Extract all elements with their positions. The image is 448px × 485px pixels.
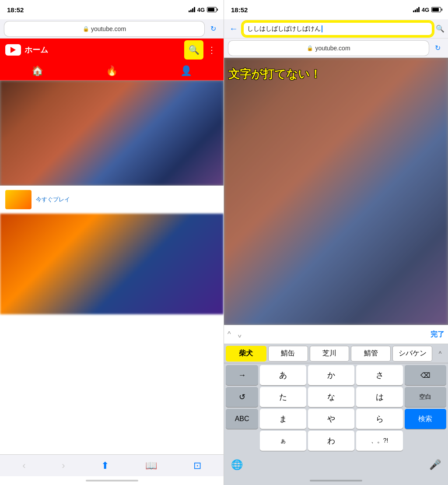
ad-thumbnail (5, 190, 32, 209)
status-bar-right: 18:52 4G (224, 0, 448, 19)
right-thumb-bg (224, 58, 448, 325)
search-icon-right[interactable]: 🔍 (436, 25, 444, 33)
video-thumbnail-2[interactable] (0, 214, 224, 314)
browser-bar-left: 🔒 youtube.com ↻ (0, 19, 224, 39)
key-small-a[interactable]: ぁ (260, 431, 306, 451)
candidate-1[interactable]: 鯖缶 (268, 346, 308, 362)
battery-left (207, 7, 217, 12)
key-row-1: → あ か さ ⌫ (225, 365, 447, 385)
url-bar-left[interactable]: 🔒 youtube.com (4, 21, 204, 36)
home-indicator-right (224, 476, 448, 485)
left-panel: 18:52 4G 🔒 youtube.com ↻ ホーム � (0, 0, 224, 485)
right-panel: 18:52 4G ← ししはしばしばけしばけん 🔍 🔒 youtube.com (224, 0, 448, 485)
key-abc[interactable]: ABC (226, 409, 258, 429)
signal-bars-left (189, 7, 195, 12)
forward-button-left[interactable]: › (62, 460, 65, 471)
keyboard-area: ^ ^ 完了 柴犬 鯖缶 芝川 鯖管 シバケン ^ (224, 325, 448, 485)
lock-icon-left: 🔒 (83, 26, 89, 32)
key-ta[interactable]: た (260, 387, 306, 407)
keyboard-rows: → あ か さ ⌫ ↺ た な は 空白 ABC ま や ら 検索 (224, 363, 448, 453)
key-ya[interactable]: や (308, 409, 354, 429)
url-bar-right[interactable]: 🔒 youtube.com (228, 41, 429, 56)
key-na[interactable]: な (308, 387, 354, 407)
candidate-2[interactable]: 芝川 (310, 346, 350, 362)
status-bar-left: 18:52 4G (0, 0, 224, 19)
yt-more-button[interactable]: ⋮ (205, 43, 218, 56)
status-icons-right: 4G (413, 7, 441, 13)
network-type-right: 4G (422, 7, 429, 13)
browser-bottom-left: ‹ › ⬆ 📖 ⊡ (0, 454, 224, 476)
content-area-left: 今すぐプレイ (0, 81, 224, 454)
key-undo[interactable]: ↺ (226, 387, 258, 407)
youtube-header-left: ホーム 🔍 ⋮ (0, 39, 224, 61)
yt-nav-trending[interactable]: 🔥 (106, 65, 118, 77)
yt-nav-home[interactable]: 🏠 (32, 65, 43, 77)
lock-icon-right: 🔒 (307, 45, 313, 51)
keyboard-bottom: 🌐 🎤 (224, 453, 448, 476)
battery-right (431, 7, 441, 12)
share-button-left[interactable]: ⬆ (101, 460, 109, 471)
key-ha[interactable]: は (356, 387, 402, 407)
yt-home-title: ホーム (24, 45, 48, 55)
reload-button-right[interactable]: ↻ (431, 42, 444, 54)
key-space[interactable]: 空白 (405, 387, 446, 407)
candidates-row: 柴犬 鯖缶 芝川 鯖管 シバケン ^ (224, 344, 448, 363)
key-wa[interactable]: わ (308, 431, 354, 451)
key-backspace[interactable]: ⌫ (405, 365, 446, 385)
status-icons-left: 4G (189, 7, 217, 13)
key-sa[interactable]: さ (356, 365, 402, 385)
key-ma[interactable]: ま (260, 409, 306, 429)
key-row-3: ABC ま や ら 検索 (225, 409, 447, 429)
yt-logo-area: ホーム (5, 44, 48, 56)
nav-down-icon[interactable]: ^ (238, 330, 242, 338)
expand-candidates[interactable]: ^ (433, 346, 447, 362)
cursor (322, 25, 322, 32)
done-button[interactable]: 完了 (430, 330, 444, 339)
search-input-box[interactable]: ししはしばしばけしばけん (242, 21, 433, 36)
home-indicator-left (0, 476, 224, 485)
key-ka[interactable]: か (308, 365, 354, 385)
ad-card[interactable]: 今すぐプレイ (0, 186, 224, 214)
yt-play-icon (5, 44, 21, 56)
back-button-right[interactable]: ← (228, 22, 240, 35)
bookmarks-button-left[interactable]: 📖 (145, 460, 157, 471)
key-a[interactable]: あ (260, 365, 306, 385)
key-punctuation[interactable]: 、。?! (356, 431, 402, 451)
video-thumbnail-1[interactable] (0, 81, 224, 186)
right-url-bar: 🔒 youtube.com ↻ (224, 39, 448, 58)
back-button-left[interactable]: ‹ (22, 460, 25, 471)
yt-search-button[interactable]: 🔍 (184, 40, 203, 60)
globe-button[interactable]: 🌐 (231, 459, 243, 471)
time-right: 18:52 (231, 6, 248, 14)
key-row-2: ↺ た な は 空白 (225, 387, 447, 407)
yt-header-icons: 🔍 ⋮ (184, 40, 218, 60)
url-text-left: youtube.com (91, 25, 126, 32)
mic-button[interactable]: 🎤 (429, 459, 441, 471)
candidate-4[interactable]: シバケン (392, 346, 432, 362)
candidate-0[interactable]: 柴犬 (226, 346, 266, 362)
key-row-4: ぁ わ 、。?! (225, 431, 447, 451)
candidate-3[interactable]: 鯖管 (351, 346, 391, 362)
key-search[interactable]: 検索 (405, 409, 446, 429)
right-content-area: 文字が打てない！ (224, 58, 448, 325)
ad-text: 今すぐプレイ (36, 196, 70, 204)
url-text-right: youtube.com (315, 45, 350, 52)
tabs-button-left[interactable]: ⊡ (193, 460, 201, 471)
signal-bars-right (413, 7, 420, 12)
time-left: 18:52 (7, 6, 24, 14)
nav-arrows: ^ ^ (228, 330, 241, 338)
reload-button-left[interactable]: ↻ (207, 23, 219, 35)
nav-up-icon[interactable]: ^ (228, 330, 231, 338)
suggestions-bar: ^ ^ 完了 (224, 325, 448, 344)
annotation-text: 文字が打てない！ (228, 67, 321, 82)
network-type-left: 4G (197, 7, 205, 13)
yt-nav-left: 🏠 🔥 👤 (0, 61, 224, 81)
search-query-text: ししはしばしばけしばけん (247, 25, 321, 33)
key-arrow-right[interactable]: → (226, 365, 258, 385)
yt-nav-account[interactable]: 👤 (180, 65, 192, 77)
key-ra[interactable]: ら (356, 409, 402, 429)
search-bar-area: ← ししはしばしばけしばけん 🔍 (224, 19, 448, 39)
